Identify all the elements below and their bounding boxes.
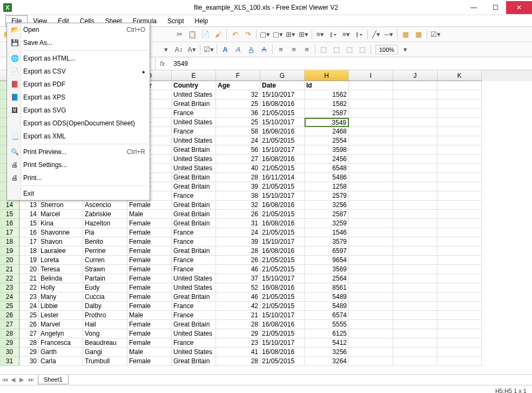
cell[interactable] (349, 329, 393, 338)
cell[interactable]: 29 (19, 348, 39, 357)
cell[interactable] (437, 228, 482, 237)
cell[interactable]: 25 (216, 99, 260, 109)
cell[interactable]: Female (127, 201, 172, 210)
cell[interactable]: Great Britain (172, 247, 216, 256)
col2-icon[interactable]: ⫿▾ (353, 29, 365, 41)
cell[interactable]: 22 (19, 283, 39, 292)
cell[interactable] (349, 348, 393, 357)
cell[interactable]: 16/08/2016 (260, 99, 305, 109)
file-menu-open[interactable]: 📂OpenCtrl+O (7, 23, 150, 36)
cell[interactable]: 15/10/2017 (260, 338, 305, 348)
cell[interactable]: 21/05/2015 (260, 329, 305, 338)
file-menu-export-as-html-[interactable]: 🌐Export as HTML... (7, 52, 150, 65)
cell[interactable] (349, 173, 393, 182)
cell[interactable]: Female (127, 274, 172, 283)
file-menu-export-as-ods-opendocument-sheet-[interactable]: Export as ODS(OpenDocument Sheet) (7, 117, 150, 130)
cell[interactable]: Female (127, 338, 172, 348)
cell[interactable] (437, 219, 482, 228)
col-header-H[interactable]: H (305, 70, 349, 81)
row-header[interactable]: 21 (0, 265, 19, 274)
cell[interactable] (437, 136, 482, 145)
cell[interactable]: United States (172, 155, 216, 164)
cell[interactable]: Shavonne (39, 228, 83, 237)
cell[interactable]: Female (127, 357, 172, 366)
cell[interactable] (393, 320, 437, 329)
align-center-icon[interactable]: ≡ (288, 44, 300, 56)
menu-help[interactable]: Help (190, 16, 214, 26)
file-menu-print-settings-[interactable]: 🖨Print Settings... (7, 158, 150, 171)
cell[interactable]: Female (127, 256, 172, 265)
row-header[interactable]: 23 (0, 283, 19, 292)
row-header[interactable]: 28 (0, 329, 19, 338)
cell[interactable] (349, 320, 393, 329)
cell[interactable] (393, 109, 437, 118)
cell[interactable] (393, 247, 437, 256)
cell[interactable] (437, 302, 482, 311)
cut-icon[interactable]: ✂ (173, 29, 185, 41)
cell[interactable]: 1562 (305, 90, 349, 99)
cell[interactable] (393, 283, 437, 292)
cell[interactable] (393, 329, 437, 338)
cell[interactable]: 52 (216, 283, 260, 292)
cell[interactable]: Vong (83, 329, 127, 338)
cell[interactable]: 15/10/2017 (260, 145, 305, 155)
cell[interactable]: Shavon (39, 237, 83, 247)
cell[interactable]: 15/10/2017 (260, 311, 305, 320)
cell[interactable]: 46 (216, 292, 260, 302)
cell[interactable]: 28 (19, 338, 39, 348)
cell[interactable]: 13 (19, 201, 39, 210)
row-header[interactable]: 16 (0, 219, 19, 228)
cell[interactable]: Eudy (83, 283, 127, 292)
cell[interactable]: Teresa (39, 265, 83, 274)
cell[interactable] (393, 145, 437, 155)
header-cell[interactable]: Id (305, 81, 349, 90)
cell[interactable]: 1258 (305, 182, 349, 191)
merge-icon[interactable]: ⊞▾ (285, 29, 297, 41)
cell[interactable]: 21/05/2015 (260, 302, 305, 311)
cell[interactable]: 16/08/2016 (260, 219, 305, 228)
cell[interactable]: 39 (216, 182, 260, 191)
cell[interactable]: 2579 (305, 191, 349, 201)
redo-icon[interactable]: ↷ (242, 29, 254, 41)
cell[interactable] (437, 274, 482, 283)
cell[interactable] (393, 118, 437, 127)
cell[interactable]: 21/05/2015 (260, 164, 305, 173)
cell[interactable] (349, 219, 393, 228)
cell[interactable] (437, 145, 482, 155)
cell[interactable]: 21/05/2015 (260, 109, 305, 118)
cell[interactable] (437, 320, 482, 329)
cell[interactable] (349, 292, 393, 302)
cell[interactable]: Great Britain (172, 357, 216, 366)
cell[interactable]: Gangi (83, 348, 127, 357)
cell[interactable]: 36 (216, 109, 260, 118)
paste-icon[interactable]: 📄 (199, 29, 211, 41)
cell[interactable]: 16/11/2014 (260, 173, 305, 182)
cell[interactable] (393, 274, 437, 283)
cell[interactable]: 21/05/2015 (260, 136, 305, 145)
cell[interactable]: United States (172, 329, 216, 338)
cell[interactable]: Female (127, 265, 172, 274)
cell[interactable] (393, 191, 437, 201)
header-cell[interactable]: Country (172, 81, 216, 90)
wrap-icon[interactable]: ⬚ (356, 44, 368, 56)
brush-icon[interactable]: 🖌 (212, 29, 224, 41)
cell[interactable] (349, 311, 393, 320)
line2-icon[interactable]: ─▾ (383, 29, 395, 41)
cell[interactable] (437, 338, 482, 348)
cell[interactable]: Pia (83, 228, 127, 237)
cell[interactable]: 15/10/2017 (260, 237, 305, 247)
cell[interactable] (437, 182, 482, 191)
cell[interactable]: Female (127, 237, 172, 247)
tab-next-icon[interactable]: ▶ (19, 376, 27, 383)
cell[interactable] (393, 256, 437, 265)
cell[interactable]: 3256 (305, 201, 349, 210)
cell[interactable]: 16/08/2016 (260, 155, 305, 164)
header-cell[interactable] (393, 81, 437, 90)
col-icon[interactable]: ⫿▾ (327, 29, 339, 41)
cell[interactable]: Dalby (83, 302, 127, 311)
cell[interactable]: Francesca (39, 338, 83, 348)
cell[interactable]: France (172, 265, 216, 274)
cell[interactable] (393, 164, 437, 173)
header-cell[interactable]: Date (260, 81, 305, 90)
cell[interactable] (437, 210, 482, 219)
